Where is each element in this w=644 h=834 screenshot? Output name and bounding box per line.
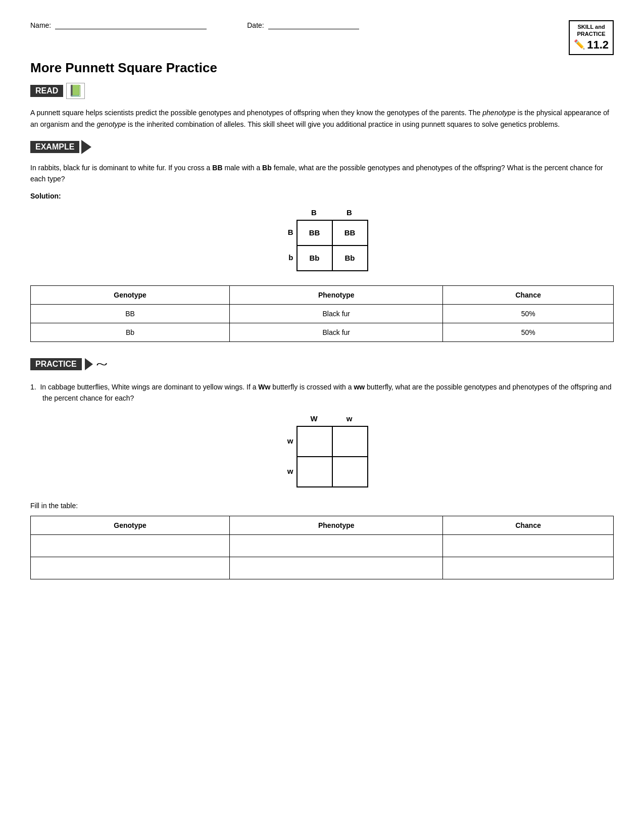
practice-col-header-W: W <box>296 414 332 425</box>
example-badge: EXAMPLE <box>30 140 91 154</box>
practice-table-header-phenotype: Phenotype <box>230 516 443 534</box>
table-row: Bb Black fur 50% <box>31 323 614 341</box>
practice-table-row-1 <box>31 534 614 557</box>
pencil-icon: ✏️ <box>574 39 585 51</box>
name-input-line[interactable] <box>55 20 207 29</box>
name-label: Name: <box>30 21 51 29</box>
practice-cell-3[interactable] <box>298 457 333 487</box>
side-labels: B b <box>276 220 296 271</box>
solution-label: Solution: <box>30 192 614 200</box>
practice-cell-phenotype-1[interactable] <box>230 534 443 557</box>
practice-punnett: W w w w <box>276 414 368 487</box>
cell-Bb-1: Bb <box>298 246 333 271</box>
practice-cell-chance-2[interactable] <box>443 557 614 579</box>
cell-BB-1: BB <box>298 221 333 246</box>
practice-badge: PRACTICE ~ <box>30 356 106 372</box>
practice-side-labels: w w <box>276 426 296 487</box>
practice-table-row-2 <box>31 557 614 579</box>
practice-cell-genotype-1[interactable] <box>31 534 230 557</box>
page-header: Name: Date: SKILL and PRACTICE ✏️ 11.2 <box>30 20 614 55</box>
practice-row-label-w2: w <box>276 456 296 486</box>
date-input-line[interactable] <box>268 20 359 29</box>
name-field: Name: <box>30 20 207 29</box>
example-label: EXAMPLE <box>30 141 79 153</box>
col-header-B2: B <box>332 208 367 219</box>
row-label-b: b <box>276 245 296 270</box>
example-punnett-area: B B B b BB BB Bb Bb <box>30 208 614 271</box>
book-icon: 📗 <box>66 83 85 99</box>
practice-table-header-genotype: Genotype <box>31 516 230 534</box>
cell-genotype-2: Bb <box>31 323 230 341</box>
practice-col-header-w: w <box>332 414 367 425</box>
cell-phenotype-2: Black fur <box>230 323 443 341</box>
play-icon <box>81 140 91 154</box>
date-label: Date: <box>247 21 264 29</box>
intro-paragraph: A punnett square helps scientists predic… <box>30 107 614 130</box>
read-label: READ <box>30 85 63 97</box>
table-row: BB Black fur 50% <box>31 304 614 323</box>
col-header-B1: B <box>296 208 332 219</box>
skill-line2: PRACTICE <box>574 30 609 37</box>
practice-punnett-grid <box>296 426 368 487</box>
practice-cell-phenotype-2[interactable] <box>230 557 443 579</box>
skill-line1: SKILL and <box>574 23 609 30</box>
practice-icon: ~ <box>85 356 106 372</box>
practice-table: Genotype Phenotype Chance <box>30 516 614 579</box>
cell-Bb-2: Bb <box>333 246 368 271</box>
practice-cell-1[interactable] <box>298 427 333 457</box>
practice-table-header-chance: Chance <box>443 516 614 534</box>
cell-genotype-1: BB <box>31 304 230 323</box>
row-label-B: B <box>276 220 296 245</box>
table-header-chance: Chance <box>443 285 614 304</box>
practice-row-label-w1: w <box>276 426 296 456</box>
fill-in-label: Fill in the table: <box>30 502 614 510</box>
read-badge: READ 📗 <box>30 83 85 99</box>
date-field: Date: <box>247 20 359 29</box>
table-header-genotype: Genotype <box>31 285 230 304</box>
example-punnett: B B B b BB BB Bb Bb <box>276 208 368 271</box>
practice-cell-genotype-2[interactable] <box>31 557 230 579</box>
punnett-rows: B b BB BB Bb Bb <box>276 220 368 271</box>
cell-phenotype-1: Black fur <box>230 304 443 323</box>
practice-play-icon <box>85 358 93 370</box>
practice-question-1: 1. In cabbage butterflies, White wings a… <box>30 381 614 404</box>
page-title: More Punnett Square Practice <box>30 60 614 76</box>
cell-BB-2: BB <box>333 221 368 246</box>
example-question: In rabbits, black fur is dominant to whi… <box>30 162 614 185</box>
skill-number: 11.2 <box>587 38 609 53</box>
cell-chance-2: 50% <box>443 323 614 341</box>
example-table: Genotype Phenotype Chance BB Black fur 5… <box>30 285 614 342</box>
punnett-grid: BB BB Bb Bb <box>296 220 368 271</box>
practice-cell-2[interactable] <box>333 427 368 457</box>
practice-label: PRACTICE <box>30 358 82 370</box>
table-header-phenotype: Phenotype <box>230 285 443 304</box>
name-date-area: Name: Date: <box>30 20 569 29</box>
practice-cell-chance-1[interactable] <box>443 534 614 557</box>
practice-cell-4[interactable] <box>333 457 368 487</box>
practice-punnett-rows: w w <box>276 426 368 487</box>
skill-box: SKILL and PRACTICE ✏️ 11.2 <box>569 20 614 55</box>
squiggle-icon: ~ <box>96 356 108 372</box>
practice-punnett-area: W w w w <box>30 414 614 487</box>
cell-chance-1: 50% <box>443 304 614 323</box>
